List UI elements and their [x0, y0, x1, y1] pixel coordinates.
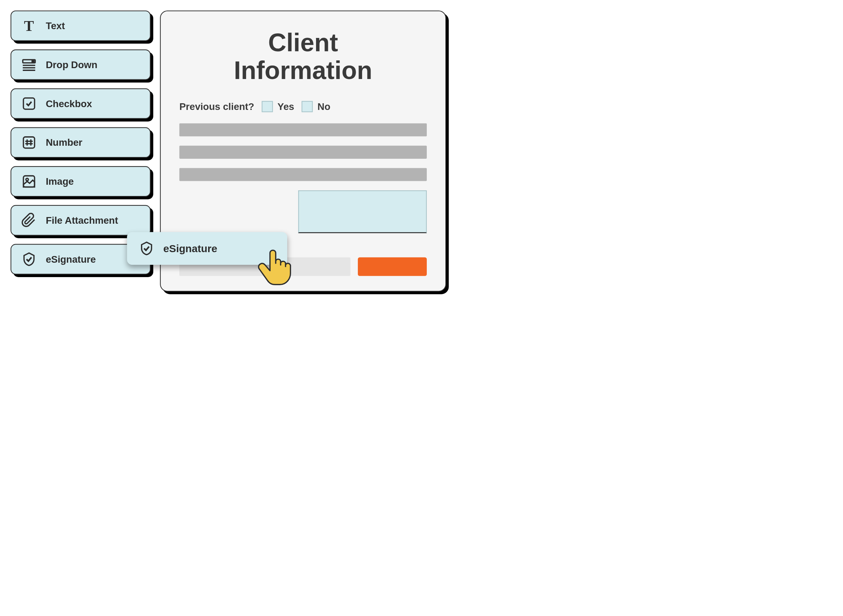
- esignature-icon: [139, 241, 154, 256]
- field-block-dropdown[interactable]: Drop Down: [10, 50, 151, 80]
- svg-text:T: T: [24, 18, 34, 33]
- field-label: Text: [46, 21, 65, 32]
- form-field-placeholder[interactable]: [179, 146, 427, 159]
- svg-point-13: [26, 178, 28, 181]
- number-icon: [21, 135, 36, 150]
- option-yes[interactable]: Yes: [262, 101, 294, 112]
- field-label: Image: [46, 176, 74, 187]
- previous-client-question: Previous client? Yes No: [179, 101, 427, 112]
- field-label: File Attachment: [46, 214, 118, 226]
- field-label: Number: [46, 137, 82, 148]
- field-block-attachment[interactable]: File Attachment: [10, 205, 151, 236]
- svg-rect-7: [24, 137, 35, 148]
- checkbox-no[interactable]: [302, 101, 313, 112]
- field-block-checkbox[interactable]: Checkbox: [10, 88, 151, 119]
- submit-button[interactable]: [358, 257, 427, 276]
- svg-rect-12: [24, 176, 35, 187]
- field-label: Drop Down: [46, 59, 97, 70]
- attachment-icon: [21, 213, 36, 227]
- cursor-hand-icon: [253, 247, 294, 288]
- form-field-placeholder[interactable]: [179, 123, 427, 136]
- svg-rect-2: [32, 61, 34, 62]
- form-field-placeholder[interactable]: [179, 168, 427, 181]
- option-no[interactable]: No: [302, 101, 331, 112]
- field-block-number[interactable]: Number: [10, 127, 151, 158]
- field-label: Checkbox: [46, 98, 92, 109]
- field-block-text[interactable]: T Text: [10, 10, 151, 41]
- field-label: eSignature: [163, 242, 217, 254]
- esignature-icon: [21, 252, 36, 267]
- signature-dropzone[interactable]: [298, 190, 427, 233]
- field-label: eSignature: [46, 254, 96, 265]
- checkbox-yes[interactable]: [262, 101, 273, 112]
- text-icon: T: [21, 18, 36, 33]
- dropdown-icon: [21, 57, 36, 72]
- field-block-image[interactable]: Image: [10, 166, 151, 197]
- question-label: Previous client?: [179, 101, 254, 112]
- checkbox-icon: [21, 96, 36, 111]
- image-icon: [21, 174, 36, 189]
- form-title: Client Information: [179, 29, 427, 84]
